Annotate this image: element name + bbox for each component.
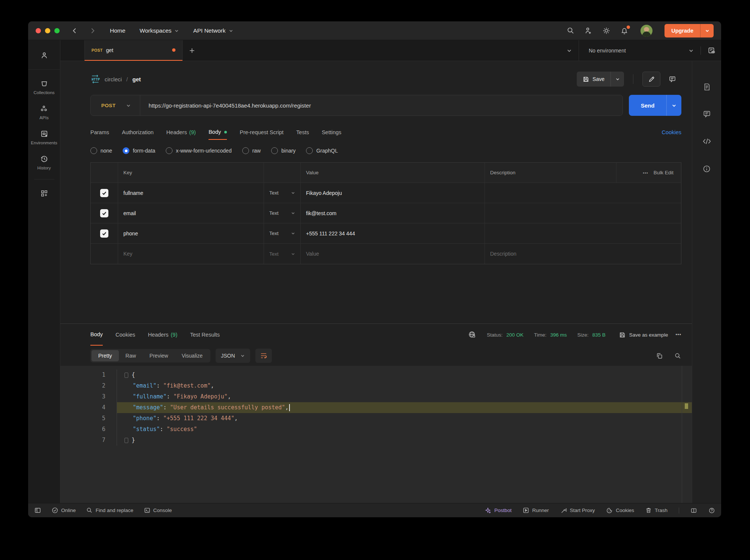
checkbox-checked[interactable] — [100, 209, 108, 217]
upgrade-button[interactable]: Upgrade — [664, 24, 714, 37]
request-tab-post-get[interactable]: POST get — [84, 40, 183, 61]
comments-icon[interactable] — [703, 110, 711, 118]
type-select[interactable]: Text — [264, 223, 301, 243]
code-snippet-icon[interactable] — [702, 137, 711, 146]
configure-workbench-icon[interactable] — [40, 189, 48, 198]
console-button[interactable]: Console — [144, 507, 172, 514]
online-status[interactable]: Online — [52, 507, 76, 514]
cookies-link[interactable]: Cookies — [662, 129, 681, 135]
upgrade-label[interactable]: Upgrade — [664, 24, 700, 37]
invite-user-icon[interactable] — [584, 27, 592, 35]
cookies-button[interactable]: Cookies — [606, 507, 634, 514]
url-input[interactable]: https://go-registration-api-7e4004518ae4… — [140, 102, 311, 109]
profile-icon[interactable] — [40, 51, 48, 60]
trash-button[interactable]: Trash — [645, 507, 668, 514]
time-value[interactable]: 396 ms — [550, 332, 567, 338]
start-proxy-button[interactable]: Start Proxy — [560, 507, 595, 514]
mode-none[interactable]: none — [90, 147, 112, 154]
send-label[interactable]: Send — [629, 95, 666, 116]
back-icon[interactable] — [71, 27, 78, 34]
view-pretty[interactable]: Pretty — [92, 350, 119, 361]
tab-settings[interactable]: Settings — [322, 125, 341, 140]
radio-icon[interactable] — [271, 147, 278, 154]
mode-graphql[interactable]: GraphQL — [306, 147, 338, 154]
key-cell[interactable]: phone — [118, 223, 264, 243]
find-and-replace-button[interactable]: Find and replace — [86, 507, 134, 514]
nav-workspaces[interactable]: Workspaces — [140, 27, 179, 34]
network-globe-lock-icon[interactable] — [468, 331, 476, 339]
mode-form-data[interactable]: form-data — [123, 147, 155, 154]
tab-list-chevron[interactable] — [560, 40, 579, 61]
toggle-sidebar-icon[interactable] — [34, 507, 41, 514]
more-options-icon[interactable]: ••• — [643, 171, 648, 175]
key-input-placeholder[interactable]: Key — [118, 244, 264, 264]
description-cell[interactable] — [485, 183, 681, 203]
tab-tests[interactable]: Tests — [296, 125, 309, 140]
upgrade-caret[interactable] — [700, 24, 714, 37]
nav-api-network[interactable]: API Network — [193, 27, 233, 34]
documentation-icon[interactable] — [703, 83, 711, 91]
runner-button[interactable]: Runner — [523, 507, 549, 514]
forward-icon[interactable] — [89, 27, 96, 34]
tab-body[interactable]: Body — [208, 125, 227, 140]
format-selector[interactable]: JSON — [216, 349, 250, 363]
mode-x-www-form-urlencoded[interactable]: x-www-form-urlencoded — [166, 147, 232, 154]
environment-selector-value[interactable]: No environment — [584, 48, 626, 54]
help-icon[interactable] — [708, 507, 715, 514]
new-tab-button[interactable] — [183, 40, 201, 61]
save-as-example-button[interactable]: Save as example — [629, 332, 668, 338]
radio-icon[interactable] — [242, 147, 249, 154]
response-body-editor[interactable]: 1 { 2 "email": "fik@test.com", 3 "fullna… — [60, 366, 692, 503]
type-select[interactable]: Text — [264, 244, 301, 264]
tab-params[interactable]: Params — [90, 125, 109, 140]
view-visualize[interactable]: Visualize — [175, 350, 209, 361]
mode-binary[interactable]: binary — [271, 147, 296, 154]
zoom-window-button[interactable] — [54, 28, 60, 33]
size-value[interactable]: 835 B — [592, 332, 606, 338]
minimize-window-button[interactable] — [45, 28, 50, 33]
scrollbar-track[interactable] — [682, 366, 682, 503]
info-icon[interactable] — [702, 165, 711, 173]
radio-icon[interactable] — [166, 147, 172, 154]
sidebar-item-apis[interactable]: APIs — [39, 105, 48, 120]
tab-pre-request-script[interactable]: Pre-request Script — [240, 125, 284, 140]
type-select[interactable]: Text — [264, 183, 301, 203]
comments-button[interactable] — [663, 72, 681, 87]
method-selector[interactable]: POST — [91, 103, 140, 108]
fold-toggle-icon[interactable] — [124, 373, 128, 378]
view-raw[interactable]: Raw — [119, 350, 143, 361]
rename-request-button[interactable] — [642, 72, 660, 87]
sidebar-item-environments[interactable]: Environments — [31, 130, 57, 145]
fold-toggle-icon[interactable] — [124, 438, 128, 443]
view-preview[interactable]: Preview — [143, 350, 175, 361]
copy-response-icon[interactable] — [656, 352, 663, 359]
nav-home[interactable]: Home — [110, 27, 125, 34]
two-pane-view-icon[interactable] — [690, 507, 697, 514]
search-response-icon[interactable] — [674, 352, 681, 359]
tab-authorization[interactable]: Authorization — [122, 125, 154, 140]
radio-icon[interactable] — [90, 147, 97, 154]
save-button[interactable]: Save — [577, 72, 624, 87]
radio-icon[interactable] — [306, 147, 313, 154]
key-cell[interactable]: fullname — [118, 183, 264, 203]
save-options-caret[interactable] — [610, 72, 624, 87]
bulk-edit-button[interactable]: Bulk Edit — [654, 170, 674, 175]
checkbox-checked[interactable] — [100, 229, 108, 238]
value-cell[interactable]: +555 111 222 34 444 — [301, 223, 485, 243]
close-window-button[interactable] — [36, 28, 41, 33]
environment-selector[interactable]: No environment — [579, 40, 721, 61]
response-tab-cookies[interactable]: Cookies — [116, 324, 135, 346]
postbot-button[interactable]: Postbot — [484, 507, 512, 514]
response-tab-body[interactable]: Body — [90, 324, 103, 346]
wrap-text-button[interactable] — [255, 349, 272, 363]
response-tab-test-results[interactable]: Test Results — [190, 324, 220, 346]
breadcrumb-collection[interactable]: circleci — [105, 76, 122, 82]
type-select[interactable]: Text — [264, 203, 301, 223]
value-cell[interactable]: fik@test.com — [301, 203, 485, 223]
avatar[interactable] — [640, 25, 652, 37]
description-cell[interactable] — [485, 203, 681, 223]
description-input-placeholder[interactable]: Description — [485, 244, 681, 264]
sidebar-item-history[interactable]: History — [38, 155, 51, 170]
value-cell[interactable]: Fikayo Adepoju — [301, 183, 485, 203]
send-button[interactable]: Send — [629, 95, 681, 116]
